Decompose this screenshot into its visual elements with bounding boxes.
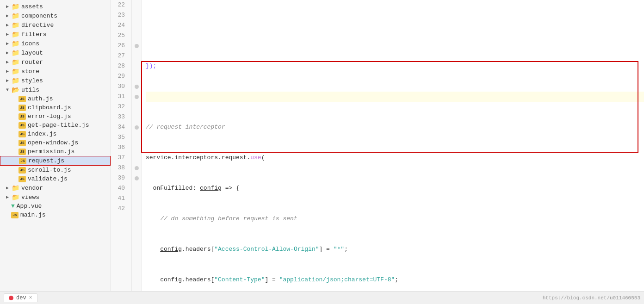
js-file-icon: JS (19, 158, 26, 164)
status-indicator (9, 296, 13, 300)
sidebar-item-label: scroll-to.js (28, 167, 71, 174)
status-tab-label: dev (16, 295, 26, 301)
folder-icon: 📁 (11, 58, 19, 66)
collapse-arrow: ▶ (4, 59, 11, 65)
code-line-25: service.interceptors.request.use( (146, 153, 644, 163)
file-tree: ▶ 📁 assets ▶ 📁 components ▶ 📁 directive … (0, 0, 111, 291)
sidebar-item-label: request.js (28, 157, 64, 164)
collapse-arrow: ▶ (4, 194, 11, 200)
js-file-icon: JS (19, 149, 26, 155)
sidebar-item-auth-js[interactable]: JS auth.js (0, 94, 111, 103)
status-tab-dev[interactable]: dev × (4, 293, 37, 302)
editor-gutter (132, 0, 142, 291)
sidebar-item-label: clipboard.js (28, 104, 71, 111)
sidebar-item-label: utils (21, 87, 39, 93)
collapse-arrow: ▼ (4, 87, 11, 93)
line-numbers: 22 23 24 25 26 27 28 29 30 31 32 33 34 3… (111, 0, 132, 291)
sidebar-item-request-js[interactable]: JS request.js (0, 156, 111, 166)
red-selection-box (141, 61, 638, 153)
vue-file-icon: ▼ (11, 203, 15, 210)
sidebar-item-clipboard-js[interactable]: JS clipboard.js (0, 103, 111, 112)
sidebar-item-label: router (21, 59, 43, 66)
sidebar-item-vendor[interactable]: ▶ 📁 vendor (0, 183, 111, 192)
js-file-icon: JS (19, 122, 26, 129)
collapse-arrow: ▶ (4, 185, 11, 191)
collapse-arrow: ▶ (4, 68, 11, 74)
sidebar-item-label: auth.js (28, 95, 53, 102)
folder-icon: 📁 (11, 31, 19, 38)
sidebar-item-label: open-window.js (28, 139, 78, 146)
sidebar-item-router[interactable]: ▶ 📁 router (0, 57, 111, 67)
code-line-23 (146, 92, 644, 102)
folder-icon: 📁 (11, 21, 19, 29)
js-file-icon: JS (19, 140, 26, 146)
js-file-icon: JS (19, 167, 26, 174)
collapse-arrow: ▶ (4, 22, 11, 28)
sidebar-item-utils[interactable]: ▼ 📂 utils (0, 85, 111, 94)
code-content[interactable]: }); // request interceptor service.inter… (142, 0, 644, 291)
sidebar-item-views[interactable]: ▶ 📁 views (0, 192, 111, 202)
js-file-icon: JS (19, 131, 26, 137)
sidebar-item-label: index.js (28, 130, 56, 137)
sidebar-item-error-log-js[interactable]: JS error-log.js (0, 112, 111, 121)
folder-icon: 📁 (11, 3, 19, 10)
folder-open-icon: 📂 (11, 86, 19, 93)
collapse-arrow: ▶ (4, 4, 11, 9)
folder-icon: 📁 (11, 68, 19, 75)
sidebar-item-permission-js[interactable]: JS permission.js (0, 147, 111, 156)
sidebar-item-index-js[interactable]: JS index.js (0, 130, 111, 138)
code-line-29: config.headers["Content-Type"] = "applic… (146, 275, 644, 285)
js-file-icon: JS (19, 176, 26, 182)
collapse-arrow: ▶ (4, 50, 11, 56)
sidebar-item-label: styles (21, 77, 43, 84)
sidebar-item-label: icons (21, 40, 39, 47)
sidebar-item-assets[interactable]: ▶ 📁 assets (0, 2, 111, 11)
folder-icon: 📁 (11, 49, 19, 56)
sidebar-item-layout[interactable]: ▶ 📁 layout (0, 48, 111, 57)
sidebar-item-label: layout (21, 50, 43, 56)
sidebar-item-scroll-to-js[interactable]: JS scroll-to.js (0, 166, 111, 174)
sidebar-item-filters[interactable]: ▶ 📁 filters (0, 30, 111, 39)
sidebar-item-label: error-log.js (28, 113, 71, 120)
js-file-icon: JS (19, 113, 26, 120)
code-line-26: onFulfilled: config => { (146, 183, 644, 193)
tab-close-button[interactable]: × (29, 295, 32, 301)
sidebar-item-app-vue[interactable]: ▼ App.vue (0, 202, 111, 211)
sidebar-item-label: validate.js (28, 175, 68, 182)
collapse-arrow: ▶ (4, 31, 11, 37)
code-line-24: // request interceptor (146, 122, 644, 132)
status-url: https://blog.csdn.net/u011460553 (543, 295, 640, 301)
folder-icon: 📁 (11, 12, 19, 19)
sidebar-item-get-page-title-js[interactable]: JS get-page-title.js (0, 121, 111, 130)
sidebar-item-open-window-js[interactable]: JS open-window.js (0, 138, 111, 147)
sidebar-item-label: store (21, 68, 39, 75)
sidebar-item-label: main.js (20, 211, 46, 218)
sidebar-item-styles[interactable]: ▶ 📁 styles (0, 76, 111, 85)
sidebar-item-label: assets (21, 3, 43, 10)
sidebar-item-label: vendor (21, 185, 43, 192)
folder-icon: 📁 (11, 184, 19, 192)
collapse-arrow: ▶ (4, 78, 11, 83)
sidebar-item-label: permission.js (28, 148, 74, 155)
js-file-icon: JS (19, 105, 26, 111)
js-file-icon: JS (19, 96, 26, 102)
code-line-22: }); (146, 61, 644, 71)
status-bar: dev × https://blog.csdn.net/u011460553 (0, 291, 644, 304)
collapse-arrow: ▶ (4, 13, 11, 19)
sidebar-item-label: App.vue (17, 203, 42, 210)
code-editor[interactable]: 22 23 24 25 26 27 28 29 30 31 32 33 34 3… (111, 0, 644, 291)
sidebar-item-validate-js[interactable]: JS validate.js (0, 174, 111, 183)
js-file-icon: JS (11, 212, 19, 218)
folder-icon: 📁 (11, 77, 19, 84)
sidebar-item-label: components (21, 12, 57, 19)
sidebar-item-main-js[interactable]: JS main.js (0, 211, 111, 219)
code-line-28: config.headers["Access-Control-Allow-Ori… (146, 244, 644, 254)
sidebar-item-components[interactable]: ▶ 📁 components (0, 11, 111, 20)
sidebar-item-directive[interactable]: ▶ 📁 directive (0, 20, 111, 30)
sidebar-item-store[interactable]: ▶ 📁 store (0, 67, 111, 76)
folder-icon: 📁 (11, 193, 19, 201)
sidebar-item-label: directive (21, 22, 54, 29)
sidebar-item-icons[interactable]: ▶ 📁 icons (0, 39, 111, 48)
sidebar-item-label: filters (21, 31, 47, 38)
sidebar-item-label: views (21, 194, 39, 201)
